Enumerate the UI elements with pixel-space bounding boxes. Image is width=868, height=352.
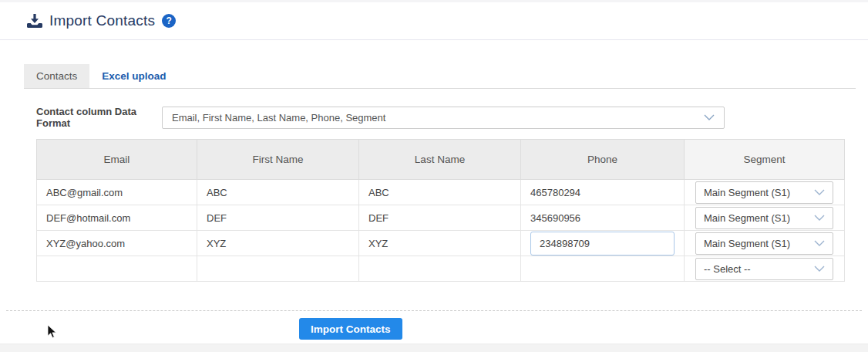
first-name-cell[interactable]: DEF [197,205,359,231]
data-format-select[interactable]: Email, First Name, Last Name, Phone, Seg… [162,107,725,129]
chevron-down-icon [814,189,825,195]
phone-cell[interactable]: 465780294 [521,180,685,205]
data-format-label: Contact column Data Format [36,106,162,129]
mouse-cursor [47,324,57,339]
email-cell[interactable]: ABC@gmail.com [37,180,197,205]
data-format-selected-value: Email, First Name, Last Name, Phone, Seg… [172,112,385,124]
table-row: DEF@hotmail.com DEF DEF 345690956 Main S… [37,205,845,231]
phone-cell[interactable]: 345690956 [521,205,685,231]
segment-selected-value: Main Segment (S1) [704,187,790,198]
first-name-cell[interactable] [197,256,359,282]
segment-select[interactable]: Main Segment (S1) [695,232,833,255]
segment-selected-value: Main Segment (S1) [704,238,790,249]
segment-selected-value: Main Segment (S1) [704,212,790,224]
contacts-tab-panel: Contact column Data Format Email, First … [36,106,844,282]
import-contacts-button[interactable]: Import Contacts [299,318,402,340]
segment-select[interactable]: Main Segment (S1) [695,181,833,204]
table-row: ABC@gmail.com ABC ABC 465780294 Main Seg… [37,180,845,205]
email-cell[interactable]: XYZ@yahoo.com [37,231,197,256]
tab-bar: Contacts Excel upload [24,64,856,89]
column-header-email: Email [37,140,197,180]
last-name-cell[interactable] [359,256,521,282]
bottom-page-strip [0,344,868,352]
phone-input-focused[interactable]: 234898709 [530,232,675,256]
table-row: XYZ@yahoo.com XYZ XYZ 234898709 Main Seg… [37,231,845,256]
phone-cell[interactable] [521,256,685,282]
email-cell[interactable] [37,256,197,282]
dashed-separator [6,310,862,311]
last-name-cell[interactable]: XYZ [359,231,521,256]
column-header-last-name: Last Name [359,140,521,180]
first-name-cell[interactable]: ABC [197,180,359,205]
email-cell[interactable]: DEF@hotmail.com [37,205,197,231]
column-header-first-name: First Name [197,140,359,180]
segment-select[interactable]: Main Segment (S1) [695,207,833,229]
chevron-down-icon [814,266,825,272]
table-header-row: Email First Name Last Name Phone Segment [37,140,845,180]
help-icon[interactable]: ? [162,14,176,28]
page-header: Import Contacts ? [0,2,868,40]
table-row: -- Select -- [37,256,845,282]
page-title: Import Contacts [49,12,155,29]
download-icon [27,14,42,28]
segment-selected-value: -- Select -- [704,263,751,275]
data-format-row: Contact column Data Format Email, First … [36,106,844,129]
tab-excel-upload[interactable]: Excel upload [89,64,178,88]
tab-contacts[interactable]: Contacts [24,64,89,88]
chevron-down-icon [814,240,825,246]
segment-select[interactable]: -- Select -- [695,258,833,280]
last-name-cell[interactable]: DEF [359,205,521,231]
column-header-phone: Phone [521,140,685,180]
first-name-cell[interactable]: XYZ [197,231,359,256]
column-header-segment: Segment [685,140,845,180]
chevron-down-icon [814,215,825,221]
chevron-down-icon [704,114,715,120]
contacts-import-table: Email First Name Last Name Phone Segment… [36,139,845,282]
last-name-cell[interactable]: ABC [359,180,521,205]
